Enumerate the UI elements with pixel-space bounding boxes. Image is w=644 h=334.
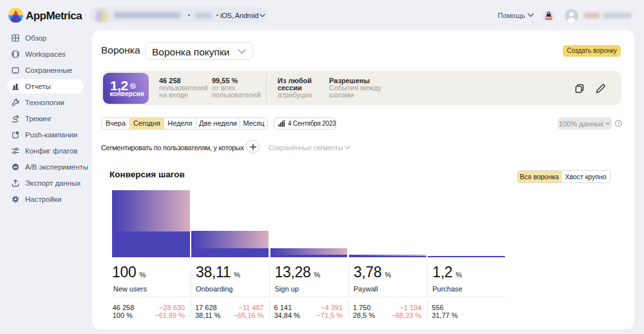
svg-text:NDA: NDA [545, 16, 551, 19]
svg-text:ab: ab [13, 165, 17, 169]
